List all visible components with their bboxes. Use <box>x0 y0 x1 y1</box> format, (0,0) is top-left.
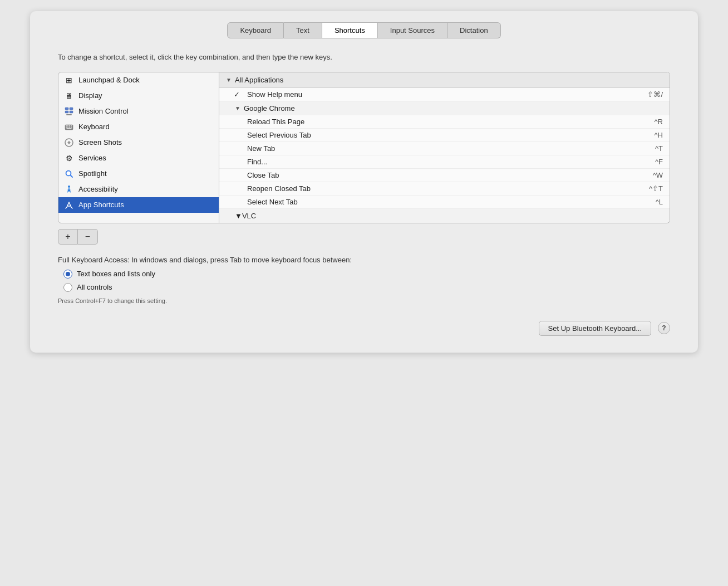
all-applications-arrow: ▼ <box>226 77 232 83</box>
sidebar-item-screen-shots[interactable]: Screen Shots <box>58 135 219 150</box>
svg-point-20 <box>68 185 70 188</box>
add-shortcut-button[interactable]: + <box>58 229 78 245</box>
radio-all-controls[interactable]: All controls <box>63 283 670 292</box>
keyboard-access-radio-group: Text boxes and lists only All controls <box>58 270 670 292</box>
keyboard-access-hint: Press Control+F7 to change this setting. <box>58 297 670 304</box>
accessibility-icon <box>64 184 74 194</box>
keyboard-access-section: Full Keyboard Access: In windows and dia… <box>30 245 698 310</box>
remove-shortcut-button[interactable]: − <box>78 229 98 245</box>
sidebar-item-app-shortcuts[interactable]: App Shortcuts <box>58 197 219 213</box>
svg-rect-9 <box>71 125 72 126</box>
shortcut-row-reload[interactable]: Reload This Page ^R <box>219 115 670 129</box>
sidebar: ⊞ Launchpad & Dock 🖥 Display Mis <box>58 72 219 223</box>
sidebar-item-spotlight[interactable]: Spotlight <box>58 166 219 182</box>
shortcut-row-select-prev-tab[interactable]: Select Previous Tab ^H <box>219 129 670 142</box>
checkmark-show-help: ✓ <box>234 90 245 99</box>
svg-line-19 <box>71 175 72 177</box>
sidebar-item-services[interactable]: ⚙ Services <box>58 150 219 166</box>
svg-rect-14 <box>67 128 72 129</box>
shortcuts-panel[interactable]: ▼ All Applications ✓ Show Help menu ⇧⌘/ … <box>219 72 670 223</box>
all-applications-header[interactable]: ▼ All Applications <box>219 72 670 88</box>
screen-shots-icon <box>64 138 74 148</box>
svg-rect-10 <box>66 126 67 128</box>
mission-control-icon <box>64 106 74 116</box>
tab-dictation[interactable]: Dictation <box>447 22 501 38</box>
svg-rect-1 <box>70 108 73 110</box>
shortcut-row-close-tab[interactable]: Close Tab ^W <box>219 169 670 182</box>
shortcuts-list: ▼ All Applications ✓ Show Help menu ⇧⌘/ … <box>219 72 670 223</box>
shortcut-row-select-next-tab[interactable]: Select Next Tab ^L <box>219 196 670 209</box>
svg-rect-0 <box>65 108 68 110</box>
tab-input-sources[interactable]: Input Sources <box>378 22 447 38</box>
keyboard-icon <box>64 122 74 132</box>
sidebar-item-mission-control[interactable]: Mission Control <box>58 104 219 119</box>
services-icon: ⚙ <box>64 153 74 163</box>
vlc-arrow: ▼ <box>235 212 242 220</box>
radio-text-boxes[interactable]: Text boxes and lists only <box>63 270 670 279</box>
google-chrome-header[interactable]: ▼ Google Chrome <box>219 101 670 115</box>
svg-rect-13 <box>71 126 72 128</box>
sidebar-item-keyboard[interactable]: Keyboard <box>58 119 219 135</box>
svg-rect-4 <box>66 114 72 115</box>
sidebar-item-accessibility[interactable]: Accessibility <box>58 182 219 197</box>
tab-bar: Keyboard Text Shortcuts Input Sources Di… <box>30 22 698 38</box>
shortcuts-toolbar: + − <box>30 223 698 245</box>
shortcut-row-show-help-menu[interactable]: ✓ Show Help menu ⇧⌘/ <box>219 88 670 101</box>
launchpad-icon: ⊞ <box>64 75 74 85</box>
sidebar-item-display[interactable]: 🖥 Display <box>58 88 219 104</box>
shortcut-row-find[interactable]: Find... ^F <box>219 155 670 169</box>
help-button[interactable]: ? <box>658 322 670 334</box>
radio-circle-text-boxes <box>63 270 72 279</box>
svg-rect-8 <box>69 125 70 126</box>
spotlight-icon <box>64 169 74 179</box>
shortcut-row-reopen-closed[interactable]: Reopen Closed Tab ^⇧T <box>219 182 670 196</box>
keyboard-access-title: Full Keyboard Access: In windows and dia… <box>58 256 670 264</box>
tab-keyboard[interactable]: Keyboard <box>227 22 284 38</box>
shortcut-row-new-tab[interactable]: New Tab ^T <box>219 142 670 155</box>
svg-rect-12 <box>69 126 70 128</box>
display-icon: 🖥 <box>64 91 74 101</box>
svg-point-18 <box>67 171 71 175</box>
tab-text[interactable]: Text <box>284 22 322 38</box>
bottom-bar: Set Up Bluetooth Keyboard... ? <box>30 310 698 336</box>
svg-rect-6 <box>66 125 67 126</box>
keyboard-preferences-window: Keyboard Text Shortcuts Input Sources Di… <box>30 11 698 353</box>
google-chrome-arrow: ▼ <box>235 105 240 111</box>
radio-circle-all-controls <box>63 283 72 292</box>
instruction-text: To change a shortcut, select it, click t… <box>30 52 698 72</box>
tab-shortcuts[interactable]: Shortcuts <box>322 22 378 38</box>
vlc-header[interactable]: ▼ VLC <box>219 209 670 223</box>
setup-bluetooth-button[interactable]: Set Up Bluetooth Keyboard... <box>539 321 651 336</box>
svg-rect-7 <box>67 125 68 126</box>
svg-rect-2 <box>65 111 68 113</box>
app-shortcuts-icon <box>64 200 74 210</box>
sidebar-item-launchpad[interactable]: ⊞ Launchpad & Dock <box>58 72 219 88</box>
content-area: ⊞ Launchpad & Dock 🖥 Display Mis <box>30 72 698 223</box>
svg-rect-3 <box>70 111 73 113</box>
svg-rect-11 <box>67 126 68 128</box>
